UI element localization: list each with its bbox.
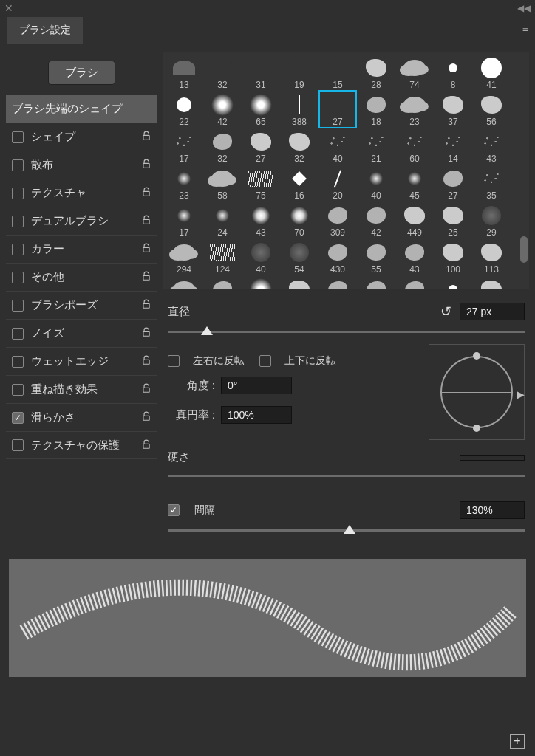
brush-preset[interactable]: 17 xyxy=(166,128,202,165)
panel-menu-icon[interactable]: ≡ xyxy=(522,24,528,36)
brush-preset[interactable]: 15 xyxy=(435,275,471,289)
spacing-slider[interactable] xyxy=(168,522,525,538)
diameter-slider-thumb[interactable] xyxy=(201,326,213,335)
new-preset-icon[interactable]: + xyxy=(510,734,525,749)
brush-preset[interactable]: 31 xyxy=(242,54,279,91)
brush-preset[interactable]: 15 xyxy=(319,54,356,91)
brush-preset[interactable]: 58 xyxy=(204,165,241,202)
option-checkbox[interactable] xyxy=(12,300,24,312)
option-checkbox[interactable] xyxy=(12,272,24,284)
brush-preset[interactable]: 42 xyxy=(204,91,241,128)
lock-icon[interactable] xyxy=(140,439,153,452)
lock-icon[interactable] xyxy=(140,271,153,284)
diameter-input[interactable]: 27 px xyxy=(460,303,525,320)
angle-input[interactable]: 0° xyxy=(221,377,292,394)
option-row[interactable]: 重ね描き効果 xyxy=(6,375,157,403)
option-row[interactable]: ウェットエッジ xyxy=(6,347,157,375)
brush-preset[interactable]: 13 xyxy=(166,54,202,91)
brush-preset[interactable]: 56 xyxy=(473,91,510,128)
lock-icon[interactable] xyxy=(140,131,153,143)
close-icon[interactable]: ✕ xyxy=(4,2,13,14)
flip-h-checkbox[interactable] xyxy=(168,355,180,367)
flip-v-checkbox[interactable] xyxy=(259,355,271,367)
brush-preset[interactable]: 28 xyxy=(358,54,395,91)
option-checkbox[interactable] xyxy=(12,216,24,227)
brush-preset[interactable]: 27 xyxy=(242,128,279,165)
option-row[interactable]: その他 xyxy=(6,263,157,291)
brush-preset[interactable]: 27 xyxy=(319,91,356,128)
option-checkbox[interactable] xyxy=(12,244,24,255)
brush-preset[interactable]: 309 xyxy=(319,202,356,238)
tab-brush-settings[interactable]: ブラシ設定 xyxy=(7,17,83,44)
option-row[interactable]: 散布 xyxy=(6,151,157,179)
brush-preset[interactable]: 74 xyxy=(396,54,433,91)
option-row[interactable]: ブラシポーズ xyxy=(6,291,157,319)
lock-icon[interactable] xyxy=(140,383,153,396)
brush-button[interactable]: ブラシ xyxy=(48,61,115,85)
brush-preset[interactable]: 16 xyxy=(281,165,318,202)
option-checkbox[interactable] xyxy=(12,356,24,368)
option-checkbox[interactable] xyxy=(12,131,24,143)
lock-icon[interactable] xyxy=(140,299,153,312)
brush-preset[interactable]: 55 xyxy=(358,238,395,275)
brush-preset[interactable]: 23 xyxy=(396,91,433,128)
brush-preset[interactable]: 72 xyxy=(242,275,279,289)
option-row[interactable]: テクスチャの保護 xyxy=(6,431,157,459)
expand-icon[interactable]: ◀◀ xyxy=(517,3,531,13)
option-checkbox[interactable] xyxy=(12,439,24,451)
brush-preset[interactable]: 65 xyxy=(242,91,279,128)
brush-preset[interactable]: 40 xyxy=(204,275,241,289)
lock-icon[interactable] xyxy=(140,411,153,424)
brush-preset[interactable]: 282 xyxy=(281,275,318,289)
brush-preset[interactable]: 60 xyxy=(396,128,433,165)
option-checkbox[interactable] xyxy=(12,188,24,199)
lock-icon[interactable] xyxy=(140,159,153,171)
option-row[interactable]: デュアルブラシ xyxy=(6,207,157,235)
brush-preset[interactable]: 388 xyxy=(281,91,318,128)
grid-scrollbar[interactable] xyxy=(520,236,528,263)
brush-preset[interactable]: 61 xyxy=(473,275,510,289)
angle-dial[interactable]: ▶ xyxy=(429,344,525,440)
option-row[interactable]: シェイプ xyxy=(6,123,157,151)
option-checkbox[interactable] xyxy=(12,159,24,171)
brush-preset[interactable]: 412 xyxy=(396,275,433,289)
reset-diameter-icon[interactable]: ↺ xyxy=(436,303,455,320)
lock-icon[interactable] xyxy=(140,243,153,255)
brush-preset[interactable]: 54 xyxy=(281,238,318,275)
option-row[interactable]: テクスチャ xyxy=(6,179,157,207)
brush-preset[interactable]: 32 xyxy=(204,128,241,165)
spacing-input[interactable]: 130% xyxy=(460,501,525,519)
brush-preset[interactable]: 27 xyxy=(435,165,471,202)
brush-preset[interactable]: 70 xyxy=(281,202,318,238)
brush-tip-shape-header[interactable]: ブラシ先端のシェイプ xyxy=(6,95,157,123)
brush-preset[interactable]: 40 xyxy=(319,128,356,165)
brush-preset[interactable]: 43 xyxy=(242,202,279,238)
brush-preset[interactable]: 29 xyxy=(473,202,510,238)
option-checkbox[interactable] xyxy=(12,384,24,396)
brush-preset[interactable]: 17 xyxy=(166,202,202,238)
brush-preset[interactable]: 430 xyxy=(319,238,356,275)
spacing-slider-thumb[interactable] xyxy=(344,525,355,534)
brush-preset[interactable]: 37 xyxy=(435,91,471,128)
option-checkbox[interactable] xyxy=(12,412,24,424)
brush-preset[interactable]: 294 xyxy=(166,238,202,275)
brush-preset[interactable]: 18 xyxy=(358,91,395,128)
brush-preset[interactable]: 14 xyxy=(435,128,471,165)
lock-icon[interactable] xyxy=(140,187,153,199)
brush-preset[interactable]: 42 xyxy=(358,202,395,238)
brush-preset[interactable]: 40 xyxy=(358,165,395,202)
brush-preset[interactable]: 8 xyxy=(435,54,471,91)
dial-handle-icon[interactable] xyxy=(473,352,480,360)
brush-preset[interactable]: 25 xyxy=(435,202,471,238)
diameter-slider[interactable] xyxy=(168,323,525,340)
option-row[interactable]: カラー xyxy=(6,235,157,263)
brush-preset[interactable]: 32 xyxy=(281,128,318,165)
option-row[interactable]: 滑らかさ xyxy=(6,403,157,431)
hardness-slider[interactable] xyxy=(168,467,525,484)
lock-icon[interactable] xyxy=(140,215,153,227)
option-row[interactable]: ノイズ xyxy=(6,319,157,347)
lock-icon[interactable] xyxy=(140,327,153,340)
brush-preset[interactable]: 449 xyxy=(396,202,433,238)
spacing-checkbox[interactable] xyxy=(168,504,180,516)
brush-preset[interactable]: 100 xyxy=(435,238,471,275)
